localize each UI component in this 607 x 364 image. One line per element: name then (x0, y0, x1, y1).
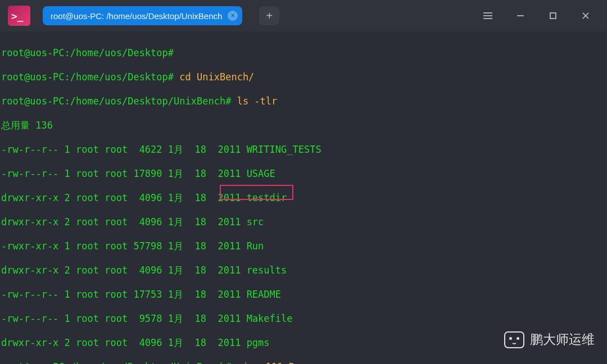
titlebar: >_ root@uos-PC: /home/uos/Desktop/UnixBe… (0, 0, 607, 31)
command-cd: cd UnixBench/ (179, 71, 254, 83)
plus-icon: + (266, 10, 273, 22)
window-close-button[interactable] (578, 8, 594, 24)
watermark: 鹏大师运维 (504, 331, 595, 348)
list-item: -rw-r--r-- 1 root root 17753 1月 18 2011 … (1, 289, 607, 301)
maximize-button[interactable] (545, 8, 561, 24)
minimize-icon (515, 11, 526, 21)
list-item: drwxr-xr-x 2 root root 4096 1月 18 2011 t… (1, 192, 607, 204)
tab-close-button[interactable]: × (228, 11, 238, 21)
minimize-button[interactable] (513, 8, 528, 24)
close-icon (581, 11, 590, 20)
prompt: root@uos-PC:/home/uos/Desktop# (1, 47, 174, 58)
prompt: root@uos-PC:/home/uos/Desktop/UnixBench# (1, 361, 231, 365)
prompt: root@uos-PC:/home/uos/Desktop# (1, 71, 174, 83)
wechat-icon (504, 331, 524, 348)
hamburger-menu-button[interactable] (480, 8, 496, 24)
close-icon: × (231, 12, 235, 19)
command-vim: vim +111 Run (237, 361, 306, 365)
new-tab-button[interactable]: + (259, 6, 279, 25)
list-item: drwxr-xr-x 2 root root 4096 1月 18 2011 r… (1, 265, 607, 277)
svg-rect-4 (550, 13, 556, 19)
command-ls: ls -tlr (237, 95, 278, 107)
list-item: -rwxr-xr-x 1 root root 57798 1月 18 2011 … (1, 240, 607, 253)
watermark-text: 鹏大师运维 (530, 331, 595, 348)
hamburger-icon (482, 11, 493, 20)
prompt: root@uos-PC:/home/uos/Desktop/UnixBench# (1, 95, 231, 107)
tab-active[interactable]: root@uos-PC: /home/uos/Desktop/UnixBench… (43, 6, 242, 25)
terminal-output[interactable]: root@uos-PC:/home/uos/Desktop# root@uos-… (0, 31, 607, 364)
list-item: drwxr-xr-x 2 root root 4096 1月 18 2011 s… (1, 216, 607, 229)
tab-title: root@uos-PC: /home/uos/Desktop/UnixBench (51, 11, 222, 21)
maximize-icon (549, 11, 558, 20)
window-controls (480, 8, 601, 24)
app-terminal-icon: >_ (8, 6, 30, 26)
total-line: 总用量 136 (1, 120, 607, 132)
app-terminal-glyph: >_ (11, 10, 24, 22)
list-item: -rw-r--r-- 1 root root 9578 1月 18 2011 M… (1, 313, 607, 325)
list-item: -rw-r--r-- 1 root root 17890 1月 18 2011 … (1, 168, 607, 180)
list-item: -rw-r--r-- 1 root root 4622 1月 18 2011 W… (1, 144, 607, 156)
